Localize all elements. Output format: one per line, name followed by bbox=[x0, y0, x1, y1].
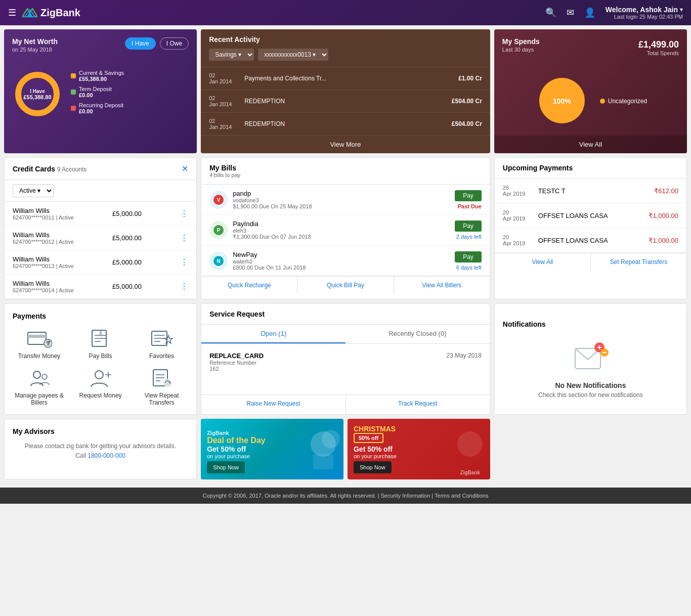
advisors-panel: My Advisors Please contact zig bank for … bbox=[4, 419, 197, 479]
upcoming-footer: View All Set Repeat Transfers bbox=[495, 253, 686, 271]
legend-item-recurring: Recurring Deposit £0.00 bbox=[71, 102, 189, 114]
pay-button-3[interactable]: Pay bbox=[455, 251, 482, 262]
cc-info-4: William Wills 624700*****0014 | Active bbox=[13, 280, 74, 293]
promo-red-shop-button[interactable]: Shop Now bbox=[354, 461, 392, 473]
i-have-button[interactable]: I Have bbox=[125, 37, 156, 50]
promo-blue-illustration bbox=[303, 419, 343, 479]
search-icon[interactable]: 🔍 bbox=[545, 7, 556, 18]
upcoming-name-2: OFFSET LOANS CASA bbox=[538, 212, 644, 219]
my-spends-panel: My Spends Last 30 days £1,499.00 Total S… bbox=[494, 29, 687, 153]
cc-menu-2[interactable]: ⋮ bbox=[180, 233, 188, 243]
upcoming-name-1: TESTC T bbox=[538, 187, 649, 195]
bill-sub-2: eleh3 bbox=[233, 228, 450, 234]
bills-header: My Bills 4 bills to pay bbox=[201, 158, 490, 185]
no-notifications-icon bbox=[570, 338, 611, 374]
favorites-icon bbox=[149, 328, 175, 348]
view-more-button[interactable]: View More bbox=[201, 135, 490, 153]
bill-icon-1: V bbox=[209, 191, 228, 209]
hamburger-icon[interactable]: ☰ bbox=[8, 7, 16, 18]
bill-newpay-icon: N bbox=[212, 255, 225, 267]
pay-bills-label: Pay Bills bbox=[89, 353, 112, 360]
manage-payees-icon bbox=[27, 368, 52, 388]
manage-payees-item[interactable]: Manage payees & Billers bbox=[13, 368, 66, 406]
bill-vodafone-icon: V bbox=[212, 194, 225, 206]
track-request-button[interactable]: Track Request bbox=[346, 395, 490, 412]
promo-red-banner: CHRISTMAS 50% off Get 50% off on your pu… bbox=[348, 419, 490, 479]
user-name: Welcome, Ashok Jain bbox=[606, 6, 678, 14]
cc-menu-1[interactable]: ⋮ bbox=[180, 209, 188, 218]
cc-status-filter[interactable]: Active ▾ bbox=[13, 184, 54, 197]
bill-pay-col-3: Pay 6 days left bbox=[455, 251, 482, 271]
promo-blue-brand: ZigBank bbox=[207, 430, 297, 436]
ra-date-3: 02Jan 2014 bbox=[209, 118, 244, 130]
cc-info-1: William Wills 624700*****0011 | Active bbox=[13, 207, 74, 221]
service-title: Service Request bbox=[209, 310, 482, 318]
pay-bills-icon: $ bbox=[88, 328, 113, 348]
promo-blue-banner: ZigBank Deal of the Day Get 50% off on y… bbox=[201, 419, 343, 479]
spends-view-all[interactable]: View All bbox=[494, 136, 687, 153]
service-tab-closed[interactable]: Recently Closed (0) bbox=[346, 325, 490, 343]
upcoming-amount-1: ₹612.00 bbox=[654, 187, 678, 195]
upcoming-view-all-button[interactable]: View All bbox=[495, 253, 591, 271]
i-owe-button[interactable]: I Owe bbox=[160, 37, 189, 50]
donut-center-amount: £55,388.80 bbox=[23, 94, 51, 100]
legend-label-recurring: Recurring Deposit £0.00 bbox=[79, 102, 123, 114]
svg-text:N: N bbox=[217, 258, 221, 264]
cc-close-button[interactable]: ✕ bbox=[182, 164, 188, 173]
service-item-1: REPLACE_CARD Reference Number 162 23 May… bbox=[209, 352, 482, 372]
legend-item-term: Term Deposit £0.00 bbox=[71, 86, 189, 98]
payments-grid: $ Transfer Money bbox=[13, 328, 188, 406]
chevron-icon[interactable]: ▾ bbox=[680, 6, 683, 13]
cc-item-3: William Wills 624700*****0013 | Active £… bbox=[5, 250, 196, 275]
bills-icon-svg: $ bbox=[88, 328, 113, 348]
bill-due-1: $1,900.00 Due On 25 May 2018 bbox=[233, 203, 450, 209]
notifications-panel: Notifications No New Notifications Check… bbox=[494, 303, 687, 415]
svg-point-45 bbox=[322, 430, 340, 448]
pay-button-1[interactable]: Pay bbox=[455, 190, 482, 201]
bill-name-2: PayIndia bbox=[233, 220, 450, 228]
cc-menu-3[interactable]: ⋮ bbox=[180, 257, 188, 267]
quick-recharge-button[interactable]: Quick Recharge bbox=[201, 277, 297, 294]
view-all-billers-button[interactable]: View All Billers bbox=[394, 277, 490, 294]
mail-icon[interactable]: ✉ bbox=[567, 7, 574, 18]
repeat-transfers-item[interactable]: View Repeat Transfers bbox=[135, 368, 188, 406]
promo-blue-shop-button[interactable]: Shop Now bbox=[207, 461, 245, 473]
svg-point-28 bbox=[33, 371, 40, 378]
request-money-item[interactable]: Request Money bbox=[74, 368, 127, 406]
pie-chart: 100% bbox=[534, 73, 590, 130]
svg-rect-46 bbox=[313, 454, 333, 469]
donut-chart: I Have £55,388.80 bbox=[12, 69, 63, 119]
cc-number-4: 624700*****0014 | Active bbox=[13, 287, 74, 293]
legend-dot-recurring bbox=[71, 106, 76, 111]
advisors-row: My Advisors Please contact zig bank for … bbox=[4, 419, 687, 479]
bill-details-2: PayIndia eleh3 ₹1,300.00 Due On 07 Jun 2… bbox=[233, 220, 450, 240]
advisors-phone[interactable]: 1800-000-000 bbox=[88, 452, 125, 459]
account-select[interactable]: xxxxxxxxxxx0013 ▾ bbox=[258, 49, 328, 61]
favorites-item[interactable]: Favorites bbox=[135, 328, 188, 360]
transfer-money-item[interactable]: $ Transfer Money bbox=[13, 328, 66, 360]
cc-name-3: William Wills bbox=[13, 255, 74, 263]
net-worth-panel: My Net Worth on 25 May 2018 I Have I Owe bbox=[4, 29, 197, 153]
notification-illustration bbox=[570, 338, 611, 375]
cc-header: Credit Cards 9 Accounts ✕ bbox=[5, 158, 196, 180]
service-tab-open[interactable]: Open (1) bbox=[201, 325, 346, 343]
upcoming-payments-panel: Upcoming Payments 26Apr 2019 TESTC T ₹61… bbox=[494, 157, 687, 299]
payments-panel: Payments $ Transfer Money bbox=[4, 303, 197, 415]
savings-select[interactable]: Savings ▾ bbox=[209, 49, 254, 61]
top-row: My Net Worth on 25 May 2018 I Have I Owe bbox=[4, 29, 687, 153]
raise-request-button[interactable]: Raise New Request bbox=[201, 395, 346, 412]
set-repeat-transfers-button[interactable]: Set Repeat Transfers bbox=[591, 253, 686, 271]
pay-button-2[interactable]: Pay bbox=[455, 221, 482, 232]
promo-red-text: Get 50% off bbox=[354, 445, 444, 453]
cc-name-1: William Wills bbox=[13, 207, 74, 214]
spends-label: Total Spends bbox=[638, 50, 679, 56]
upcoming-header: Upcoming Payments bbox=[495, 158, 686, 179]
bill-pay-col-2: Pay 2 days left bbox=[455, 221, 482, 240]
ra-desc-1: Payments and Collections Tr... bbox=[244, 75, 458, 82]
net-worth-toggle: I Have I Owe bbox=[125, 37, 189, 50]
quick-bill-pay-button[interactable]: Quick Bill Pay bbox=[297, 277, 394, 294]
cc-menu-4[interactable]: ⋮ bbox=[180, 282, 188, 291]
payees-icon-svg bbox=[27, 368, 52, 388]
upcoming-date-2: 20Apr 2019 bbox=[503, 209, 533, 222]
pay-bills-item[interactable]: $ Pay Bills bbox=[74, 328, 127, 360]
